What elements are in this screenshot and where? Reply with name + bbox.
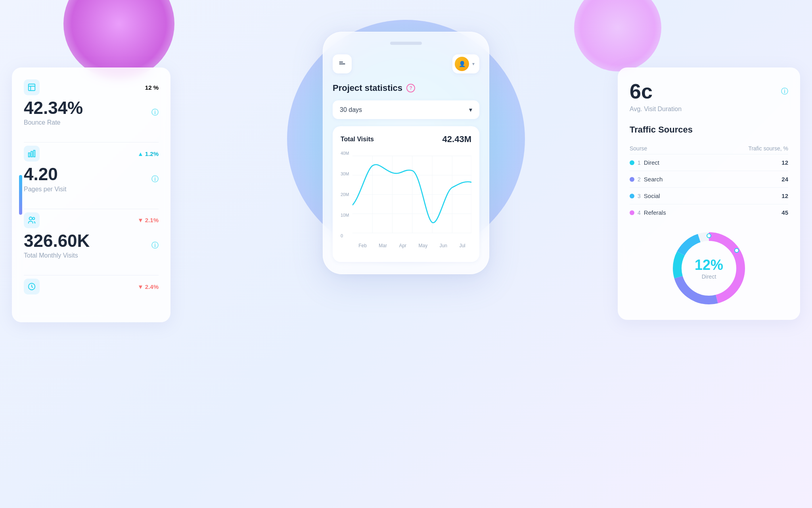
metric-monthly-visits: ▼ 2.1% 326.60K Total Monthly Visits ⓘ bbox=[24, 212, 159, 259]
menu-button[interactable] bbox=[333, 54, 352, 73]
svg-point-25 bbox=[707, 234, 711, 238]
bounce-rate-label: Bounce Rate bbox=[24, 119, 83, 126]
bounce-rate-change: 12 % bbox=[145, 84, 159, 91]
avatar: 👤 bbox=[455, 57, 469, 71]
source-dot bbox=[630, 194, 634, 198]
card-accent bbox=[19, 175, 22, 215]
x-axis-labels: Feb Mar Apr May Jun Jul bbox=[352, 243, 471, 248]
source-name-cell: 2 Search bbox=[630, 171, 705, 187]
phone-mockup: 👤 ▾ Project statistics ? 30 days ▾ Total… bbox=[323, 32, 489, 274]
bounce-rate-value: 42.34% bbox=[24, 98, 83, 117]
chart-total: 42.43M bbox=[442, 134, 471, 144]
divider-2 bbox=[24, 209, 159, 209]
metric-bottom: ▼ 2.4% bbox=[24, 279, 159, 294]
source-number: 2 bbox=[638, 176, 641, 183]
y-axis-labels: 40M 30M 20M 10M 0 bbox=[341, 151, 349, 238]
traffic-sources-table: Sourse Trafic sourse, % 1 Direct 12 2 Se… bbox=[630, 143, 788, 221]
monthly-help[interactable]: ⓘ bbox=[151, 241, 159, 250]
chart-card: Total Visits 42.43M 40M 30M 20M 10M 0 bbox=[333, 126, 479, 262]
source-value-cell: 24 bbox=[705, 171, 788, 187]
source-number: 4 bbox=[638, 210, 641, 216]
right-card-top: 6c ⓘ bbox=[630, 79, 788, 103]
source-dot bbox=[630, 210, 634, 215]
svg-rect-3 bbox=[34, 150, 35, 157]
phone-topbar: 👤 ▾ bbox=[333, 54, 479, 73]
monthly-change: ▼ 2.1% bbox=[138, 217, 159, 223]
source-value-cell: 12 bbox=[705, 187, 788, 204]
source-number: 3 bbox=[638, 193, 641, 199]
bottom-change: ▼ 2.4% bbox=[138, 283, 159, 290]
source-dot bbox=[630, 177, 634, 182]
table-row: 2 Search 24 bbox=[630, 171, 788, 187]
source-name-cell: 1 Direct bbox=[630, 154, 705, 171]
source-number: 1 bbox=[638, 160, 641, 166]
svg-rect-0 bbox=[29, 84, 35, 91]
chart-icon bbox=[24, 79, 40, 95]
bounce-rate-help[interactable]: ⓘ bbox=[151, 108, 159, 117]
pages-label: Pages per Visit bbox=[24, 186, 66, 193]
metric-pages-per-visit: ▲ 1.2% 4.20 Pages per Visit ⓘ bbox=[24, 146, 159, 192]
pages-help[interactable]: ⓘ bbox=[151, 174, 159, 184]
bg-decoration-2 bbox=[574, 0, 661, 71]
source-value-cell: 12 bbox=[705, 154, 788, 171]
source-label: Direct bbox=[644, 159, 659, 166]
source-dot bbox=[630, 160, 634, 165]
svg-point-26 bbox=[735, 248, 739, 252]
period-arrow: ▾ bbox=[469, 106, 472, 114]
source-name-cell: 3 Social bbox=[630, 187, 705, 204]
avg-visit-label: Avg. Visit Duration bbox=[630, 106, 788, 113]
donut-chart-container: 12% Direct bbox=[630, 229, 788, 308]
phone-info-icon[interactable]: ? bbox=[406, 84, 415, 92]
source-label: Referals bbox=[644, 209, 666, 216]
phone-title-row: Project statistics ? bbox=[333, 83, 479, 93]
avg-big-number: 6c bbox=[630, 79, 653, 103]
avatar-button[interactable]: 👤 ▾ bbox=[452, 54, 479, 73]
avg-help[interactable]: ⓘ bbox=[781, 87, 788, 96]
metric-bounce-rate: 12 % 42.34% Bounce Rate ⓘ bbox=[24, 79, 159, 126]
donut-label: 12% Direct bbox=[695, 257, 723, 280]
period-dropdown[interactable]: 30 days ▾ bbox=[333, 100, 479, 119]
donut-category: Direct bbox=[695, 273, 723, 280]
svg-rect-1 bbox=[29, 153, 30, 157]
source-name-cell: 4 Referals bbox=[630, 204, 705, 221]
source-value-cell: 45 bbox=[705, 204, 788, 221]
traffic-title: Traffic Sources bbox=[630, 125, 788, 135]
clock-icon bbox=[24, 279, 40, 294]
pages-value: 4.20 bbox=[24, 165, 66, 184]
chart-area: 40M 30M 20M 10M 0 bbox=[341, 151, 471, 254]
left-stats-card: 12 % 42.34% Bounce Rate ⓘ ▲ 1.2% bbox=[12, 67, 170, 322]
donut-percent: 12% bbox=[695, 257, 723, 273]
table-row: 1 Direct 12 bbox=[630, 154, 788, 171]
bar-icon bbox=[24, 146, 40, 162]
phone-notch bbox=[390, 42, 422, 45]
users-icon bbox=[24, 212, 40, 228]
phone-title: Project statistics bbox=[333, 83, 402, 93]
dropdown-arrow: ▾ bbox=[472, 61, 475, 67]
source-label: Social bbox=[644, 192, 660, 199]
source-label: Search bbox=[644, 176, 663, 183]
right-stats-card: 6c ⓘ Avg. Visit Duration Traffic Sources… bbox=[618, 67, 800, 320]
traffic-section: Traffic Sources Sourse Trafic sourse, % … bbox=[630, 125, 788, 221]
table-row: 4 Referals 45 bbox=[630, 204, 788, 221]
col-percent: Trafic sourse, % bbox=[705, 143, 788, 154]
chart-title: Total Visits bbox=[341, 136, 374, 143]
pages-change: ▲ 1.2% bbox=[138, 150, 159, 157]
svg-rect-2 bbox=[31, 152, 33, 157]
line-chart-svg bbox=[352, 151, 471, 238]
period-label: 30 days bbox=[340, 106, 362, 114]
divider-3 bbox=[24, 275, 159, 275]
svg-point-5 bbox=[33, 217, 35, 219]
divider-1 bbox=[24, 142, 159, 142]
svg-point-4 bbox=[29, 217, 32, 220]
col-source: Sourse bbox=[630, 143, 705, 154]
monthly-label: Total Monthly Visits bbox=[24, 252, 90, 259]
table-row: 3 Social 12 bbox=[630, 187, 788, 204]
monthly-value: 326.60K bbox=[24, 231, 90, 250]
